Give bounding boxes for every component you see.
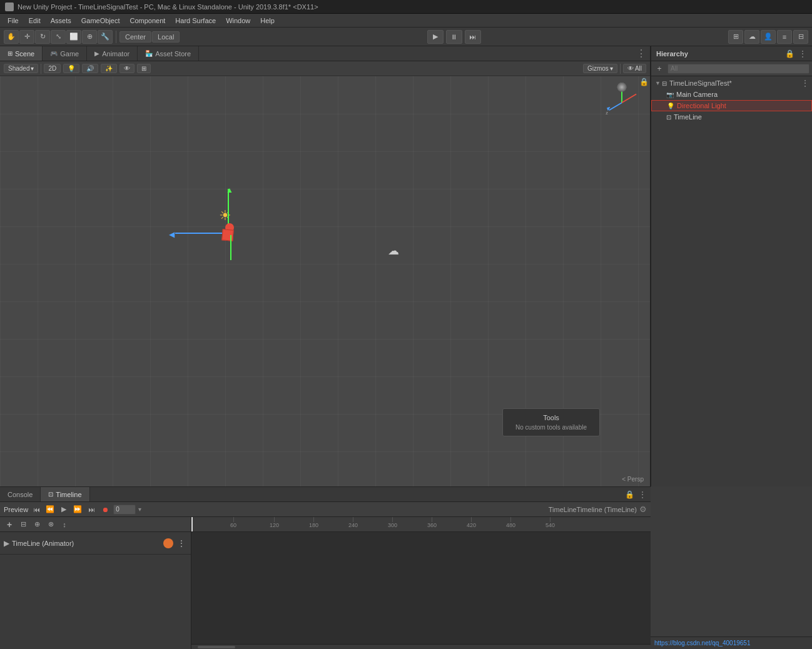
layout-btn[interactable]: ⊟ — [793, 30, 808, 44]
tl-time-input[interactable] — [113, 505, 136, 515]
timeline-ruler: 60 120 180 240 300 360 420 480 540 — [191, 517, 651, 532]
grid-btn[interactable]: ⊞ — [137, 64, 151, 73]
menu-bar: File Edit Assets GameObject Component Ha… — [0, 14, 812, 28]
tab-asset-store[interactable]: 🏪 Asset Store — [138, 46, 199, 61]
hierarchy-item-timeline[interactable]: ⊡ TimeLine — [651, 111, 812, 123]
tab-console[interactable]: Console — [0, 487, 41, 501]
root-arrow-icon: ▼ — [655, 80, 661, 86]
menu-help[interactable]: Help — [255, 16, 280, 26]
scale-tool[interactable]: ⤡ — [51, 30, 66, 44]
lighting-btn[interactable]: 💡 — [63, 64, 79, 73]
track-btn2[interactable]: ⊟ — [18, 520, 29, 530]
menu-window[interactable]: Window — [221, 16, 255, 26]
menu-assets[interactable]: Assets — [46, 16, 76, 26]
track-btn5[interactable]: ↕ — [59, 520, 70, 530]
asset-store-tab-icon: 🏪 — [145, 50, 153, 57]
ruler-mark-120: 120 — [270, 517, 279, 531]
tl-play-btn[interactable]: ▶ — [58, 505, 69, 515]
2d-btn[interactable]: 2D — [44, 64, 61, 73]
all-label: All — [635, 65, 642, 72]
status-url[interactable]: https://blog.csdn.net/qq_40019651 — [654, 640, 750, 646]
menu-gameobject[interactable]: GameObject — [76, 16, 125, 26]
audio-btn[interactable]: 🔊 — [82, 64, 98, 73]
pause-button[interactable]: ⏸ — [446, 30, 462, 44]
hierarchy-content: ▼ ⊟ TimeLineSignalTest* ⋮ 📷 Main Camera … — [651, 76, 812, 486]
tab-scene[interactable]: ⊞ Scene — [0, 46, 43, 61]
menu-file[interactable]: File — [3, 16, 24, 26]
svg-text:z: z — [606, 110, 608, 116]
object-cube — [221, 229, 234, 241]
tab-game[interactable]: 🎮 Game — [43, 46, 87, 61]
toolbar: ✋ ✛ ↻ ⤡ ⬜ ⊕ 🔧 Center Local ▶ ⏸ ⏭ ⊞ ☁ 👤 ≡… — [0, 28, 812, 46]
rotate-tool[interactable]: ↻ — [35, 30, 50, 44]
root-more-icon[interactable]: ⋮ — [801, 78, 809, 88]
timeline-more-icon[interactable]: ⋮ — [638, 490, 647, 500]
track-btn4[interactable]: ⊗ — [45, 520, 56, 530]
step-button[interactable]: ⏭ — [465, 30, 481, 44]
scene-more-btn[interactable]: ⋮ — [632, 46, 650, 61]
hierarchy-more-icon[interactable]: ⋮ — [798, 49, 807, 59]
layers-btn[interactable]: ≡ — [777, 30, 792, 44]
sun-icon: ☀ — [219, 208, 231, 224]
timeline-playhead[interactable] — [191, 517, 193, 531]
ruler-mark-540: 540 — [546, 517, 555, 531]
menu-edit[interactable]: Edit — [24, 16, 46, 26]
hidden-btn[interactable]: 👁 — [119, 64, 134, 73]
gizmo-svg: y z — [603, 83, 641, 120]
hierarchy-item-camera[interactable]: 📷 Main Camera — [651, 89, 812, 100]
custom-tool[interactable]: 🔧 — [98, 30, 113, 44]
ruler-mark-360: 360 — [427, 517, 437, 531]
menu-hard-surface[interactable]: Hard Surface — [170, 16, 221, 26]
tl-next-btn[interactable]: ⏩ — [72, 505, 83, 515]
collab-btn[interactable]: ⊞ — [728, 30, 743, 44]
viewport[interactable]: ☀ ▲ ◀ ☁ — [0, 76, 650, 486]
scene-tab-icon: ⊞ — [8, 50, 13, 57]
light-icon: 💡 — [667, 103, 674, 109]
transform-tool[interactable]: ⊕ — [82, 30, 97, 44]
play-button[interactable]: ▶ — [427, 30, 444, 44]
tab-animator[interactable]: ▶ Animator — [87, 46, 138, 61]
cloud-btn[interactable]: ☁ — [744, 30, 759, 44]
svg-point-8 — [617, 83, 627, 92]
hierarchy-item-root[interactable]: ▼ ⊟ TimeLineSignalTest* ⋮ — [651, 78, 812, 89]
add-track-btn[interactable]: + — [4, 520, 15, 530]
timeline-scrollbar[interactable] — [191, 644, 651, 649]
track-options-btn[interactable]: ⋮ — [176, 538, 187, 548]
tl-prev-btn[interactable]: ⏪ — [44, 505, 56, 515]
gizmos-btn[interactable]: Gizmos ▾ — [583, 64, 617, 73]
hierarchy-add-btn[interactable]: + — [654, 64, 665, 74]
move-tool[interactable]: ✛ — [19, 30, 34, 44]
status-bar: https://blog.csdn.net/qq_40019651 — [651, 636, 812, 649]
hierarchy-item-directional-light[interactable]: 💡 Directional Light — [651, 100, 812, 111]
hierarchy-lock-icon[interactable]: 🔒 — [785, 49, 794, 58]
pivot-local-btn[interactable]: Local — [152, 31, 180, 43]
timeline-settings-icon[interactable]: ⚙ — [639, 505, 647, 514]
tl-record-btn[interactable]: ⏺ — [99, 505, 111, 515]
ruler-mark-240: 240 — [348, 517, 358, 531]
timeline-lock-icon[interactable]: 🔒 — [625, 490, 634, 499]
track-label-row-0: ▶ TimeLine (Animator) ⋮ — [0, 532, 191, 555]
svg-line-3 — [622, 94, 636, 103]
tools-tooltip: Tools No custom tools available — [502, 408, 600, 436]
scene-area: ⊞ Scene 🎮 Game ▶ Animator 🏪 Asset Store … — [0, 46, 651, 486]
track-btn3[interactable]: ⊕ — [31, 520, 43, 530]
pivot-center-btn[interactable]: Center — [119, 31, 151, 43]
tl-skip-end-btn[interactable]: ⏭ — [86, 505, 97, 515]
shaded-chevron-icon: ▾ — [31, 65, 34, 72]
account-btn[interactable]: 👤 — [761, 30, 776, 44]
scene-tb-sep2 — [620, 64, 621, 74]
menu-component[interactable]: Component — [124, 16, 170, 26]
rect-tool[interactable]: ⬜ — [66, 30, 81, 44]
shaded-btn[interactable]: Shaded ▾ — [4, 64, 38, 73]
pivot-group: Center Local — [119, 31, 180, 43]
timeline-clip-area[interactable] — [191, 532, 651, 649]
ruler-mark-180: 180 — [309, 517, 318, 531]
hierarchy-search-input[interactable] — [667, 64, 809, 74]
viewport-lock-icon[interactable]: 🔒 — [639, 78, 649, 86]
timeline-scrollbar-thumb[interactable] — [198, 646, 235, 648]
tl-skip-start-btn[interactable]: ⏮ — [31, 505, 42, 515]
hand-tool[interactable]: ✋ — [4, 30, 19, 44]
tab-timeline[interactable]: ⊡ Timeline — [41, 487, 89, 501]
all-btn[interactable]: 👁 All — [623, 64, 646, 73]
fx-btn[interactable]: ✨ — [101, 64, 117, 73]
